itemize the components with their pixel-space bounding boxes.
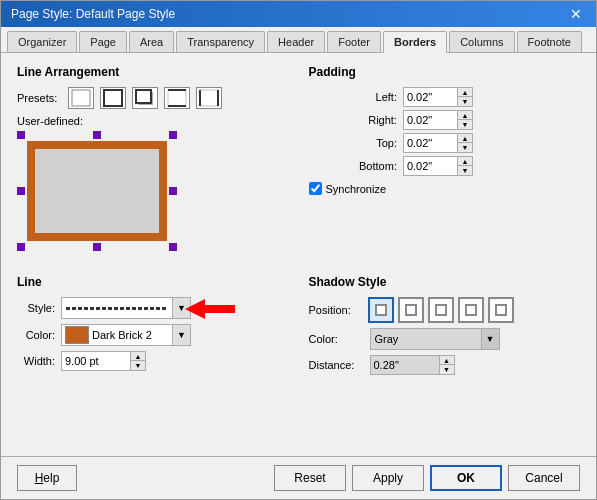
dialog-title: Page Style: Default Page Style <box>11 7 175 21</box>
padding-top-up[interactable]: ▲ <box>458 134 472 143</box>
line-arrangement-title: Line Arrangement <box>17 65 289 79</box>
preset-none-button[interactable] <box>68 87 94 109</box>
padding-top-input[interactable] <box>403 133 458 153</box>
red-arrow-indicator <box>185 295 235 326</box>
shadow-pos-btn-1[interactable] <box>368 297 394 323</box>
handle-mid-left <box>17 187 25 195</box>
svg-rect-7 <box>200 90 218 106</box>
tab-page[interactable]: Page <box>79 31 127 52</box>
preset-shadow-button[interactable] <box>132 87 158 109</box>
sync-checkbox[interactable] <box>309 182 322 195</box>
color-text: Dark Brick 2 <box>92 329 172 341</box>
line-width-spin: ▲ ▼ <box>61 351 146 371</box>
line-width-down[interactable]: ▼ <box>131 361 145 370</box>
shadow-section: Shadow Style Position: <box>309 275 581 380</box>
shadow-color-select[interactable]: Gray ▼ <box>370 328 500 350</box>
tab-organizer[interactable]: Organizer <box>7 31 77 52</box>
line-arrangement-section: Line Arrangement Presets: <box>17 65 289 251</box>
shadow-distance-spinbtns: ▲ ▼ <box>440 355 455 375</box>
padding-top-down[interactable]: ▼ <box>458 143 472 152</box>
handle-bot-mid <box>93 243 101 251</box>
svg-rect-0 <box>72 90 90 106</box>
preset-hlines-button[interactable] <box>164 87 190 109</box>
shadow-color-text: Gray <box>371 333 481 345</box>
shadow-inner-1 <box>375 304 387 316</box>
apply-button[interactable]: Apply <box>352 465 424 491</box>
padding-bottom-up[interactable]: ▲ <box>458 157 472 166</box>
handle-top-right <box>169 131 177 139</box>
dialog: Page Style: Default Page Style ✕ Organiz… <box>0 0 597 500</box>
sync-label: Synchronize <box>326 183 387 195</box>
padding-title: Padding <box>309 65 581 79</box>
padding-left-label: Left: <box>309 91 397 103</box>
padding-bottom-spin: ▲ ▼ <box>403 156 524 176</box>
tab-footnote[interactable]: Footnote <box>517 31 582 52</box>
svg-rect-1 <box>104 90 122 106</box>
handle-top-mid <box>93 131 101 139</box>
svg-rect-4 <box>168 90 186 106</box>
padding-section: Padding Left: ▲ ▼ Right: <box>309 65 581 251</box>
cancel-button[interactable]: Cancel <box>508 465 580 491</box>
help-button[interactable]: Help <box>17 465 77 491</box>
tab-transparency[interactable]: Transparency <box>176 31 265 52</box>
padding-bottom-down[interactable]: ▼ <box>458 166 472 175</box>
shadow-distance-down[interactable]: ▼ <box>440 365 454 374</box>
padding-right-label: Right: <box>309 114 397 126</box>
tab-area[interactable]: Area <box>129 31 174 52</box>
handle-mid-right <box>169 187 177 195</box>
padding-bottom-label: Bottom: <box>309 160 397 172</box>
shadow-color-row: Color: Gray ▼ <box>309 328 581 350</box>
line-style-select[interactable]: ▼ <box>61 297 191 319</box>
sync-row: Synchronize <box>309 182 581 195</box>
main-content: Line Arrangement Presets: <box>1 53 596 456</box>
shadow-pos-btn-4[interactable] <box>458 297 484 323</box>
padding-right-input[interactable] <box>403 110 458 130</box>
shadow-distance-input[interactable] <box>370 355 440 375</box>
line-style-row: Style: ▼ <box>17 297 289 319</box>
padding-top-spinbtns: ▲ ▼ <box>458 133 473 153</box>
preview-border-box <box>27 141 167 241</box>
presets-row: Presets: <box>17 87 289 109</box>
line-color-label: Color: <box>17 329 55 341</box>
shadow-inner-4 <box>465 304 477 316</box>
line-pattern <box>66 307 168 310</box>
line-section: Line Style: ▼ <box>17 275 289 380</box>
shadow-inner-5 <box>495 304 507 316</box>
padding-left-down[interactable]: ▼ <box>458 97 472 106</box>
shadow-pos-btn-2[interactable] <box>398 297 424 323</box>
shadow-distance-up[interactable]: ▲ <box>440 356 454 365</box>
preset-box-button[interactable] <box>100 87 126 109</box>
reset-button[interactable]: Reset <box>274 465 346 491</box>
padding-left-spin: ▲ ▼ <box>403 87 524 107</box>
padding-right-spinbtns: ▲ ▼ <box>458 110 473 130</box>
shadow-pos-btn-5[interactable] <box>488 297 514 323</box>
close-button[interactable]: ✕ <box>566 7 586 21</box>
padding-left-up[interactable]: ▲ <box>458 88 472 97</box>
preset-vlines-button[interactable] <box>196 87 222 109</box>
padding-top-label: Top: <box>309 137 397 149</box>
shadow-distance-spin: ▲ ▼ <box>370 355 455 375</box>
line-width-up[interactable]: ▲ <box>131 352 145 361</box>
line-title: Line <box>17 275 289 289</box>
tab-header[interactable]: Header <box>267 31 325 52</box>
ok-button[interactable]: OK <box>430 465 502 491</box>
preview-area[interactable] <box>17 131 177 251</box>
padding-right-down[interactable]: ▼ <box>458 120 472 129</box>
title-bar: Page Style: Default Page Style ✕ <box>1 1 596 27</box>
shadow-distance-label: Distance: <box>309 359 364 371</box>
shadow-inner-3 <box>435 304 447 316</box>
line-color-select[interactable]: Dark Brick 2 ▼ <box>61 324 191 346</box>
line-color-row: Color: Dark Brick 2 ▼ <box>17 324 289 346</box>
tab-borders[interactable]: Borders <box>383 31 447 53</box>
padding-left-spinbtns: ▲ ▼ <box>458 87 473 107</box>
tab-footer[interactable]: Footer <box>327 31 381 52</box>
tab-columns[interactable]: Columns <box>449 31 514 52</box>
top-section: Line Arrangement Presets: <box>17 65 580 251</box>
line-width-input[interactable] <box>61 351 131 371</box>
color-swatch <box>65 326 89 344</box>
shadow-pos-btn-3[interactable] <box>428 297 454 323</box>
padding-left-input[interactable] <box>403 87 458 107</box>
padding-bottom-input[interactable] <box>403 156 458 176</box>
padding-bottom-spinbtns: ▲ ▼ <box>458 156 473 176</box>
padding-right-up[interactable]: ▲ <box>458 111 472 120</box>
